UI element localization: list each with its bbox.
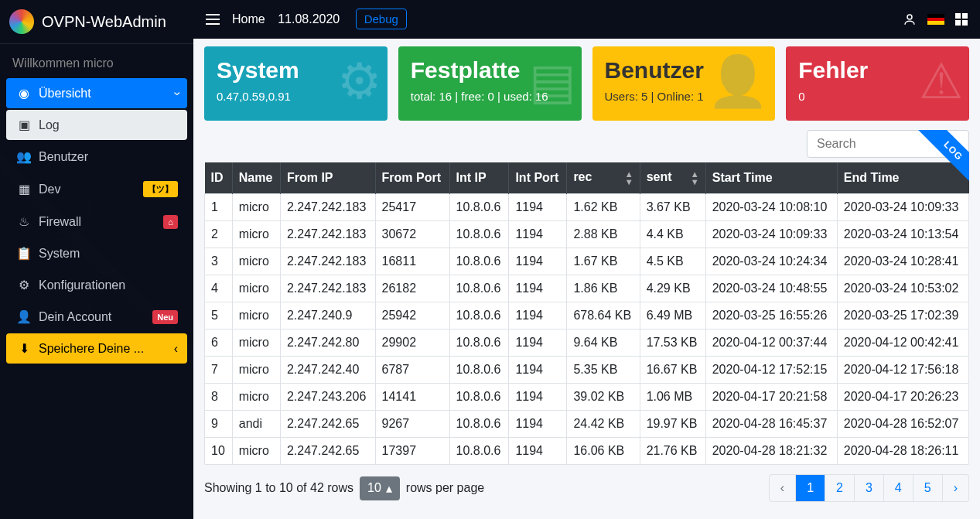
col-end-time[interactable]: End Time: [837, 162, 968, 194]
table-row[interactable]: 10micro2.247.242.651739710.8.0.6119416.0…: [205, 438, 969, 465]
table-cell: 1194: [509, 248, 567, 275]
col-id[interactable]: ID: [205, 162, 233, 194]
user-icon: 👤: [15, 309, 32, 324]
table-cell: 2.247.242.65: [280, 411, 375, 438]
table-row[interactable]: 8micro2.247.243.2061414110.8.0.6119439.0…: [205, 384, 969, 411]
sidebar-item-system[interactable]: 📋System: [6, 238, 187, 268]
table-row[interactable]: 7micro2.247.242.40678710.8.0.611945.35 K…: [205, 357, 969, 384]
sidebar-item-label: Log: [39, 118, 60, 132]
sidebar-item-dein-account[interactable]: 👤Dein AccountNeu: [6, 302, 187, 332]
table-row[interactable]: 2micro2.247.242.1833067210.8.0.611942.88…: [205, 221, 969, 248]
table-cell: 1194: [509, 384, 567, 411]
table-cell: micro: [232, 194, 280, 221]
table-cell: 2.247.242.40: [280, 357, 375, 384]
table-cell: 10.8.0.6: [449, 248, 509, 275]
user-icon[interactable]: [903, 12, 917, 26]
table-row[interactable]: 6micro2.247.242.802990210.8.0.611949.64 …: [205, 329, 969, 357]
table-cell: 2020-03-24 10:28:41: [837, 248, 968, 275]
col-int-ip[interactable]: Int IP: [449, 162, 509, 194]
sidebar-badge: ⌂: [163, 215, 178, 229]
col-sent[interactable]: sent▲▼: [640, 162, 705, 194]
table-cell: 9.64 KB: [567, 329, 640, 357]
users-icon: 👥: [15, 149, 32, 164]
col-int-port[interactable]: Int Port: [509, 162, 567, 194]
table-cell: 21.76 KB: [640, 438, 705, 465]
page-‹[interactable]: ‹: [770, 475, 795, 501]
page-3[interactable]: 3: [855, 475, 883, 501]
sidebar-item-label: Speichere Deine ...: [39, 342, 144, 356]
rows-per-page-select[interactable]: 10 ▴: [360, 476, 400, 500]
table-cell: 1.06 MB: [640, 384, 705, 411]
card-system[interactable]: System 0.47,0.59,0.91 ⚙: [204, 46, 388, 121]
table-cell: 2020-03-25 17:02:39: [837, 302, 968, 329]
table-cell: 8: [205, 384, 233, 411]
sidebar-item--bersicht[interactable]: ◉Übersicht‹: [6, 78, 187, 108]
page-›[interactable]: ›: [943, 475, 968, 501]
page-5[interactable]: 5: [913, 475, 942, 501]
table-row[interactable]: 3micro2.247.242.1831681110.8.0.611941.67…: [205, 248, 969, 275]
table-cell: 10.8.0.6: [449, 329, 509, 357]
page-2[interactable]: 2: [825, 475, 854, 501]
col-from-port[interactable]: From Port: [375, 162, 449, 194]
card-errors[interactable]: Fehler 0 ⚠: [786, 46, 969, 121]
card-disk[interactable]: Festplatte total: 16 | free: 0 | used: 1…: [398, 46, 582, 121]
table-cell: 2.247.240.9: [280, 302, 375, 329]
flag-de-icon[interactable]: [927, 14, 944, 25]
table-cell: 4: [205, 275, 233, 302]
sidebar-item-log[interactable]: ▣Log: [6, 110, 187, 140]
col-name[interactable]: Name: [232, 162, 280, 194]
table-cell: 1194: [509, 357, 567, 384]
crumb-date: 11.08.2020: [278, 12, 340, 26]
table-row[interactable]: 9andi2.247.242.65926710.8.0.6119424.42 K…: [205, 411, 969, 438]
table-cell: 2.247.242.183: [280, 221, 375, 248]
table-cell: micro: [232, 384, 280, 411]
sidebar-item-dev[interactable]: ▦Dev【ツ】: [6, 173, 187, 205]
table-cell: 2020-04-17 20:21:58: [705, 384, 837, 411]
crumb-home[interactable]: Home: [232, 12, 265, 26]
table-cell: 1194: [509, 411, 567, 438]
brand[interactable]: OVPN-WebAdmin: [0, 0, 193, 44]
table-cell: 1.86 KB: [567, 275, 640, 302]
sidebar-item-firewall[interactable]: ♨Firewall⌂: [6, 207, 187, 237]
table-cell: 6: [205, 329, 233, 357]
table-cell: micro: [232, 221, 280, 248]
sidebar-item-benutzer[interactable]: 👥Benutzer: [6, 142, 187, 172]
apps-grid-icon[interactable]: [955, 13, 968, 26]
sidebar: OVPN-WebAdmin Willkommen micro ◉Übersich…: [0, 0, 193, 519]
table-cell: 2.247.242.183: [280, 194, 375, 221]
table-cell: micro: [232, 329, 280, 357]
table-cell: 2.247.242.65: [280, 438, 375, 465]
table-cell: 2020-04-28 18:26:11: [837, 438, 968, 465]
card-users[interactable]: Benutzer Users: 5 | Online: 1 👤: [592, 46, 776, 121]
table-cell: 24.42 KB: [567, 411, 640, 438]
caret-up-icon: ▴: [386, 481, 392, 496]
page-4[interactable]: 4: [884, 475, 913, 501]
sidebar-item-speichere-deine-[interactable]: ⬇Speichere Deine ...‹: [6, 333, 187, 364]
col-start-time[interactable]: Start Time: [705, 162, 837, 194]
table-cell: 10.8.0.6: [449, 275, 509, 302]
table-cell: 2020-04-28 16:52:07: [837, 411, 968, 438]
table-row[interactable]: 4micro2.247.242.1832618210.8.0.611941.86…: [205, 275, 969, 302]
debug-button[interactable]: Debug: [356, 9, 407, 29]
table-cell: 6.49 MB: [640, 302, 705, 329]
col-from-ip[interactable]: From IP: [280, 162, 375, 194]
table-row[interactable]: 5micro2.247.240.92594210.8.0.61194678.64…: [205, 302, 969, 329]
table-cell: 1194: [509, 275, 567, 302]
sidebar-item-konfigurationen[interactable]: ⚙Konfigurationen: [6, 270, 187, 300]
table-row[interactable]: 1micro2.247.242.1832541710.8.0.611941.62…: [205, 194, 969, 221]
table-cell: 16.67 KB: [640, 357, 705, 384]
breadcrumb: Home 11.08.2020 Debug: [232, 12, 416, 26]
table-cell: 2020-03-24 10:48:55: [705, 275, 837, 302]
table-cell: 25942: [375, 302, 449, 329]
table-cell: 17.53 KB: [640, 329, 705, 357]
table-cell: 1194: [509, 438, 567, 465]
menu-toggle-icon[interactable]: [206, 14, 220, 25]
table-cell: 16811: [375, 248, 449, 275]
col-rec[interactable]: rec▲▼: [567, 162, 640, 194]
table-cell: 2.247.242.183: [280, 248, 375, 275]
table-cell: 19.97 KB: [640, 411, 705, 438]
table-cell: andi: [232, 411, 280, 438]
table-cell: 1.67 KB: [567, 248, 640, 275]
page-1[interactable]: 1: [796, 475, 825, 501]
table-cell: 1.62 KB: [567, 194, 640, 221]
